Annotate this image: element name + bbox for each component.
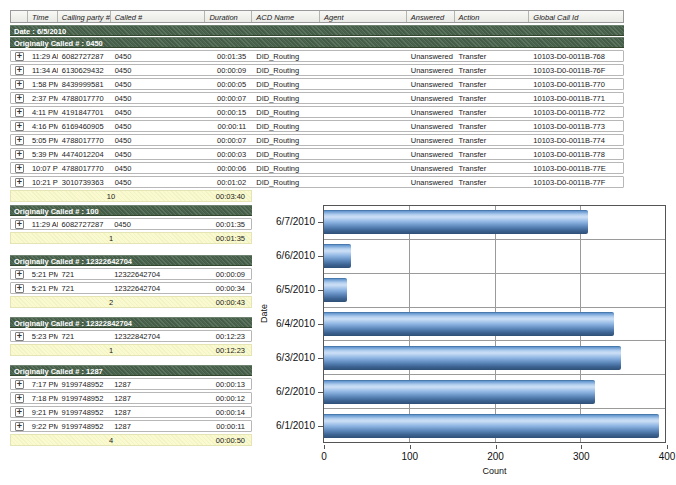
expand-cell: +: [11, 122, 28, 131]
expand-cell: +: [11, 422, 28, 431]
expand-icon[interactable]: +: [15, 270, 24, 279]
cell-called: 0450: [110, 220, 204, 229]
cell-answered: Unanswered: [407, 66, 455, 75]
cell-called: 12322642704: [110, 284, 204, 293]
cell-calling: 6169460905: [58, 122, 111, 131]
group-header-label: Originally Called # : 100: [14, 207, 99, 216]
cell-acd: DID_Routing: [252, 80, 320, 89]
expand-cell: +: [11, 80, 28, 89]
expand-icon[interactable]: +: [15, 150, 24, 159]
cell-action: Transfer: [455, 80, 530, 89]
chart-category-label: 6/1/2010: [255, 409, 323, 443]
summary-count: 4: [86, 436, 136, 445]
column-header-duration: Duration: [205, 11, 252, 22]
cell-time: 5:23 PM: [28, 332, 58, 341]
cell-duration: 00:00:07: [205, 136, 252, 145]
expand-icon[interactable]: +: [15, 220, 24, 229]
group-summary-row: 100:12:23: [10, 344, 252, 356]
cell-time: 10:21 PM: [28, 178, 58, 187]
group-header-label: Originally Called # : 1287: [14, 367, 103, 376]
cell-answered: Unanswered: [407, 150, 455, 159]
expand-cell: +: [11, 380, 28, 389]
expand-cell: +: [11, 136, 28, 145]
expand-cell: +: [11, 164, 28, 173]
group-summary-row: 100:01:35: [10, 232, 252, 244]
x-tick-mark: [410, 445, 411, 449]
cell-global_id: 10103-D0-0011B-768: [529, 52, 623, 61]
cell-global_id: 10103-D0-0011B-77F: [529, 178, 623, 187]
cell-calling: 8439999581: [58, 80, 111, 89]
cell-duration: 00:01:35: [205, 52, 252, 61]
summary-duration: 00:00:43: [216, 298, 245, 307]
expand-icon[interactable]: +: [15, 164, 24, 173]
cell-duration: 00:00:05: [205, 80, 252, 89]
expand-cell: +: [11, 270, 28, 279]
expand-icon[interactable]: +: [15, 380, 24, 389]
chart-bar: [324, 210, 588, 234]
cell-global_id: 10103-D0-0011B-778: [529, 150, 623, 159]
expand-icon[interactable]: +: [15, 94, 24, 103]
expand-icon[interactable]: +: [15, 178, 24, 187]
cell-calling: 9199748952: [58, 380, 111, 389]
expand-cell: +: [11, 178, 28, 187]
cell-duration: 00:12:23: [204, 332, 251, 341]
chart-bar: [324, 312, 614, 336]
table-row: +5:21 PM7211232264270400:00:09: [10, 268, 252, 280]
chart-bar-row: [324, 409, 665, 442]
x-tick-label: 400: [652, 451, 676, 462]
expand-cell: +: [11, 94, 28, 103]
expand-icon[interactable]: +: [15, 408, 24, 417]
table-row: +10:07 PM4788017770045000:00:06DID_Routi…: [10, 162, 624, 174]
cell-action: Transfer: [455, 164, 530, 173]
expand-icon[interactable]: +: [15, 332, 24, 341]
expand-cell: +: [11, 394, 28, 403]
cell-duration: 00:00:13: [204, 380, 251, 389]
expand-cell: +: [11, 66, 28, 75]
expand-icon[interactable]: +: [15, 122, 24, 131]
table-row: +5:05 PM4788017770045000:00:07DID_Routin…: [10, 134, 624, 146]
chart-bar: [324, 380, 595, 404]
group-header-called-label: Originally Called # : 0450: [14, 39, 103, 48]
column-header-time: Time: [28, 11, 58, 22]
cell-time: 11:34 AM: [28, 66, 58, 75]
cell-time: 1:58 PM: [28, 80, 58, 89]
cell-time: 7:17 PM: [28, 380, 58, 389]
chart-bar: [324, 346, 621, 370]
group-header-date-label: Date : 6/5/2010: [14, 27, 66, 36]
call-detail-table: TimeCalling party #Called #DurationACD N…: [10, 10, 624, 202]
expand-cell: +: [11, 284, 28, 293]
cell-answered: Unanswered: [407, 164, 455, 173]
cell-calling: 9199748952: [58, 394, 111, 403]
cell-duration: 00:00:09: [204, 270, 251, 279]
group-summary-row: 200:00:43: [10, 296, 252, 308]
group-header-called: Originally Called # : 0450: [10, 37, 624, 48]
expand-icon[interactable]: +: [15, 422, 24, 431]
cell-global_id: 10103-D0-0011B-774: [529, 136, 623, 145]
table-row: +11:29 AM6082727287045000:01:35: [10, 218, 252, 230]
expand-cell: +: [11, 408, 28, 417]
expand-icon[interactable]: +: [15, 108, 24, 117]
group-summary-row: 400:00:50: [10, 434, 252, 446]
expand-icon[interactable]: +: [15, 52, 24, 61]
chart-category-labels: 6/7/20106/6/20106/5/20106/4/20106/3/2010…: [255, 205, 323, 443]
cell-duration: 00:00:09: [205, 66, 252, 75]
group-header-label: Originally Called # : 12322642704: [14, 257, 132, 266]
expand-icon[interactable]: +: [15, 394, 24, 403]
cell-time: 11:29 AM: [28, 220, 58, 229]
chart-bar-row: [324, 206, 665, 240]
expand-icon[interactable]: +: [15, 80, 24, 89]
cell-acd: DID_Routing: [252, 136, 320, 145]
cell-global_id: 10103-D0-0011B-771: [529, 94, 623, 103]
group-header-called: Originally Called # : 12322842704: [10, 317, 252, 328]
table-row: +9:22 PM9199748952128700:00:11: [10, 420, 252, 432]
cell-acd: DID_Routing: [252, 52, 320, 61]
chart-bar: [324, 414, 659, 438]
cell-answered: Unanswered: [407, 94, 455, 103]
expand-icon[interactable]: +: [15, 66, 24, 75]
cell-global_id: 10103-D0-0011B-773: [529, 122, 623, 131]
table-row: +11:29 AM6082727287045000:01:35DID_Routi…: [10, 50, 624, 62]
cell-time: 5:05 PM: [28, 136, 58, 145]
expand-icon[interactable]: +: [15, 284, 24, 293]
expand-icon[interactable]: +: [15, 136, 24, 145]
table-row: +10:21 PM3010739363045000:01:02DID_Routi…: [10, 176, 624, 188]
